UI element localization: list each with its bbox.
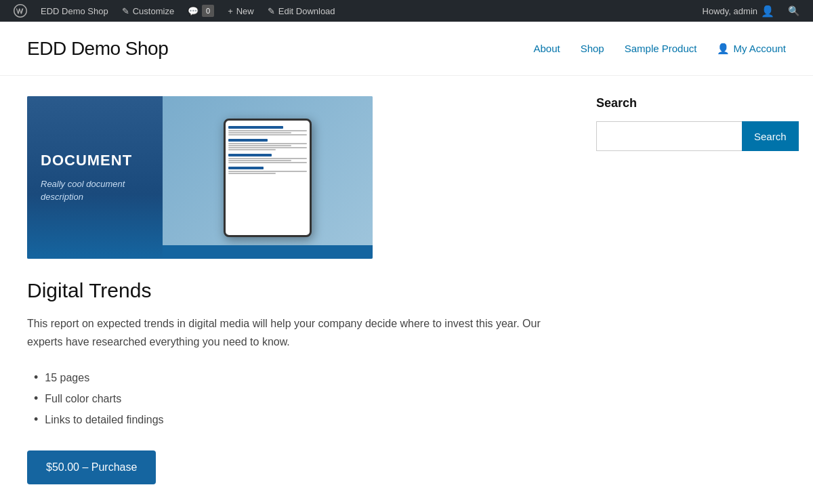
feature-item-2: Full color charts [34, 388, 556, 409]
site-header: EDD Demo Shop About Shop Sample Product … [0, 22, 813, 76]
wordpress-icon [14, 4, 27, 18]
customize-item[interactable]: ✎ Customize [115, 0, 181, 22]
admin-bar: EDD Demo Shop ✎ Customize 💬 0 + New ✎ Ed… [0, 0, 813, 22]
comments-item[interactable]: 💬 0 [181, 0, 221, 22]
pencil-icon: ✎ [122, 6, 129, 16]
user-account-icon: 👤 [717, 43, 730, 55]
search-button[interactable]: Search [742, 121, 799, 151]
product-image-doc-desc: Really cool document description [41, 177, 149, 204]
nav-my-account[interactable]: 👤 My Account [717, 43, 786, 55]
nav-about[interactable]: About [533, 43, 560, 54]
howdy-label: Howdy, admin [703, 6, 757, 16]
search-admin-icon-item[interactable]: 🔍 [781, 5, 806, 16]
tablet-mockup [224, 119, 312, 237]
sidebar: Search Search [596, 96, 786, 484]
nav-my-account-label: My Account [733, 43, 786, 54]
site-title[interactable]: EDD Demo Shop [27, 38, 168, 60]
primary-content: DOCUMENT Really cool document descriptio… [27, 96, 556, 484]
blue-stripe [163, 245, 373, 259]
edit-download-label: Edit Download [278, 6, 335, 16]
plus-icon: + [228, 6, 233, 16]
feature-text-3: Links to detailed findings [45, 414, 163, 426]
comment-icon: 💬 [188, 6, 199, 16]
product-features: 15 pages Full color charts Links to deta… [27, 367, 556, 430]
new-label: New [236, 6, 254, 16]
new-item[interactable]: + New [221, 0, 261, 22]
product-image-right [163, 96, 373, 259]
comments-count: 0 [202, 5, 214, 17]
edit-icon: ✎ [268, 6, 275, 16]
feature-item-3: Links to detailed findings [34, 409, 556, 430]
main-content: DOCUMENT Really cool document descriptio… [0, 76, 813, 504]
product-image: DOCUMENT Really cool document descriptio… [27, 96, 373, 259]
avatar-icon: 👤 [761, 5, 774, 18]
feature-text-2: Full color charts [45, 393, 121, 405]
search-input[interactable] [596, 121, 742, 151]
search-form: Search [596, 121, 786, 151]
product-image-doc-title: DOCUMENT [41, 152, 149, 169]
feature-item-1: 15 pages [34, 367, 556, 388]
admin-bar-right: Howdy, admin 👤 🔍 [696, 5, 806, 18]
nav-sample-product[interactable]: Sample Product [625, 43, 697, 54]
purchase-button[interactable]: $50.00 – Purchase [27, 450, 156, 484]
nav-shop[interactable]: Shop [581, 43, 604, 54]
tablet-screen [226, 121, 310, 235]
site-name-label: EDD Demo Shop [41, 6, 108, 16]
edit-download-item[interactable]: ✎ Edit Download [261, 0, 342, 22]
search-widget: Search Search [596, 96, 786, 151]
site-name-item[interactable]: EDD Demo Shop [34, 0, 115, 22]
product-image-overlay: DOCUMENT Really cool document descriptio… [27, 96, 373, 259]
product-image-left: DOCUMENT Really cool document descriptio… [27, 96, 163, 259]
feature-text-1: 15 pages [45, 372, 89, 384]
product-title: Digital Trends [27, 279, 556, 302]
wp-logo-item[interactable] [7, 0, 34, 22]
search-admin-icon: 🔍 [788, 5, 799, 16]
main-nav: About Shop Sample Product 👤 My Account [533, 43, 786, 55]
search-widget-title: Search [596, 96, 786, 110]
howdy-item[interactable]: Howdy, admin 👤 [696, 5, 781, 18]
customize-label: Customize [133, 6, 174, 16]
product-description: This report on expected trends in digita… [27, 314, 542, 351]
